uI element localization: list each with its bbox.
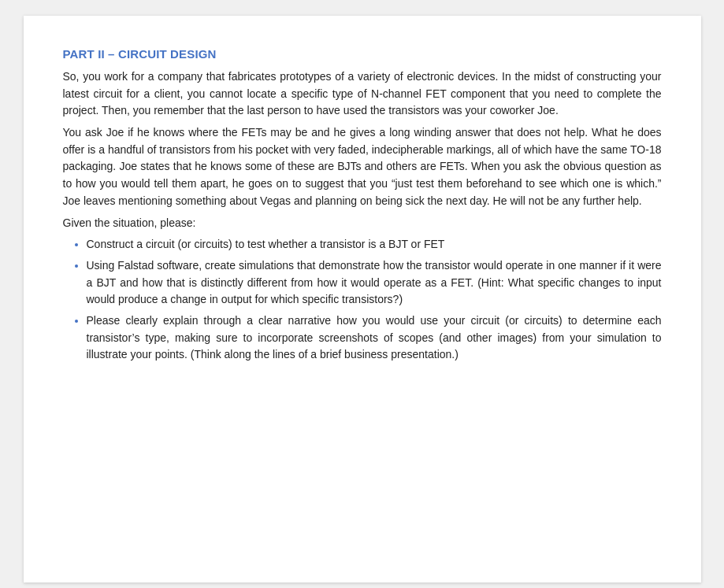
list-item-1: Construct a circuit (or circuits) to tes… — [87, 236, 662, 253]
list-item-2: Using Falstad software, create simulatio… — [87, 257, 662, 309]
list-item-3: Please clearly explain through a clear n… — [87, 312, 662, 364]
paragraph-2: You ask Joe if he knows where the FETs m… — [63, 124, 662, 209]
bullet-list: Construct a circuit (or circuits) to tes… — [87, 236, 662, 364]
paragraph-1: So, you work for a company that fabricat… — [63, 68, 662, 120]
page-container: PART II – CIRCUIT DESIGN So, you work fo… — [24, 16, 701, 582]
section-title: PART II – CIRCUIT DESIGN — [63, 47, 662, 61]
paragraph-3: Given the situation, please: — [63, 215, 662, 232]
